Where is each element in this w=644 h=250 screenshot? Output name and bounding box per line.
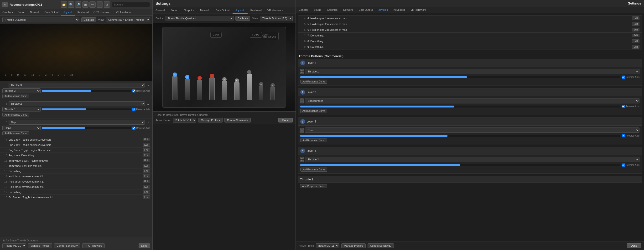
edit-btn-15[interactable]: Edit	[143, 180, 150, 183]
axis-reverse-3[interactable]: Reverse Axis	[132, 89, 150, 92]
edit-btn-10[interactable]: Edit	[143, 154, 150, 157]
toolbar-btn-fit[interactable]: ⊞	[82, 1, 88, 8]
lever-arrow-up-3[interactable]: ▲	[300, 128, 304, 130]
right-nav-vr[interactable]: VR Hardware	[408, 7, 429, 13]
middle-calibrate-btn[interactable]: Calibrate	[236, 16, 250, 21]
left-nav-dataoutput[interactable]: Data Output	[42, 9, 61, 15]
right-edit-btn-9[interactable]: Edit	[632, 45, 640, 49]
right-nav-graphics[interactable]: Graphics	[324, 7, 340, 13]
lever-arrow-down-4[interactable]: ▼	[300, 160, 304, 162]
right-nav-sound[interactable]: Sound	[311, 7, 324, 13]
edit-btn-11[interactable]: Edit	[143, 159, 150, 162]
throttle1-add-response-btn[interactable]: Add Response Curve	[300, 184, 327, 188]
toolbar-btn-pencil[interactable]: ✏	[90, 1, 96, 8]
mid-nav-dataoutput[interactable]: Data Output	[212, 7, 232, 13]
axis-add-response-3[interactable]: Add Response Curve	[2, 94, 29, 98]
left-done-btn[interactable]: Done	[138, 243, 150, 248]
left-device-select[interactable]: Throttle Quadrant	[2, 17, 80, 22]
lever-arrow-up-1[interactable]: ▲	[300, 69, 304, 71]
right-done-btn[interactable]: Done	[627, 243, 641, 248]
left-nav-keyboard[interactable]: Keyboard	[75, 9, 91, 15]
lever-select-2[interactable]: Speedbrakes	[305, 98, 640, 103]
toolbar-btn-folder[interactable]: 📁	[61, 1, 67, 8]
edit-btn-16[interactable]: Edit	[143, 185, 150, 189]
right-manage-profiles-btn[interactable]: Manage Profiles	[341, 243, 366, 248]
axis-select-5[interactable]: Throttle 2	[8, 101, 145, 106]
edit-btn-13[interactable]: Edit	[143, 169, 150, 173]
edit-btn-9[interactable]: Edit	[143, 148, 150, 152]
right-nav-network[interactable]: Network	[340, 7, 356, 13]
lever-reverse-2[interactable]: Reverse Axis	[622, 105, 640, 108]
right-edit-btn-8[interactable]: Edit	[632, 39, 640, 43]
middle-manage-profiles-btn[interactable]: Manage Profiles	[198, 118, 222, 122]
middle-view-select[interactable]: Throttle Buttons (GA)	[260, 16, 293, 21]
mid-nav-graphics[interactable]: Graphics	[181, 7, 197, 13]
mid-nav-joystick[interactable]: Joystick	[232, 7, 248, 13]
mid-nav-keyboard[interactable]: Keyboard	[248, 7, 264, 13]
axis-icon-3[interactable]: ▲	[146, 83, 150, 87]
right-nav-joystick[interactable]: Joystick	[376, 7, 391, 13]
toolbar-btn-more[interactable]: ⚙	[104, 1, 110, 8]
mid-nav-vr[interactable]: VR Hardware	[264, 7, 286, 13]
middle-done-btn[interactable]: Done	[278, 118, 293, 122]
edit-btn-18[interactable]: Edit	[143, 195, 150, 199]
toolbar-btn-zoom-in[interactable]: 🔎	[75, 1, 81, 8]
right-edit-btn-7[interactable]: Edit	[632, 34, 640, 37]
left-nav-joystick[interactable]: Joystick	[61, 9, 75, 15]
left-profile-select[interactable]: Rotate MD-11	[2, 243, 26, 248]
lever-add-btn-4[interactable]: Add Response Curve	[300, 168, 327, 172]
middle-control-sensitivity-btn[interactable]: Control Sensitivity	[224, 118, 251, 122]
lever-arrow-up-4[interactable]: ▲	[300, 157, 304, 159]
right-edit-btn-6[interactable]: Edit	[632, 28, 640, 31]
edit-btn-12[interactable]: Edit	[143, 164, 150, 168]
left-nav-gps[interactable]: GPS Hardware	[91, 9, 114, 15]
axis-add-response-6[interactable]: Add Response Curve	[2, 131, 29, 135]
axis-subselect-6[interactable]: Flaps	[2, 126, 40, 130]
lever-reverse-1[interactable]: Reverse Axis	[622, 75, 640, 79]
edit-btn-8[interactable]: Edit	[143, 143, 150, 147]
lever-add-btn-3[interactable]: Add Response Curve	[300, 138, 327, 142]
left-nav-graphics[interactable]: Graphics	[0, 9, 15, 15]
axis-subselect-3[interactable]: Throttle 3	[2, 88, 40, 93]
lever-arrow-down-3[interactable]: ▼	[300, 130, 304, 133]
axis-reverse-6[interactable]: Reverse Axis	[132, 127, 150, 130]
toolbar-btn-line[interactable]: —	[96, 1, 103, 8]
left-nav-network[interactable]: Network	[28, 9, 42, 15]
right-control-sensitivity-btn[interactable]: Control Sensitivity	[368, 243, 394, 248]
axis-icon-6[interactable]: ▲	[146, 120, 150, 124]
left-manage-profiles-btn[interactable]: Manage Profiles	[28, 243, 52, 248]
mid-nav-sound[interactable]: Sound	[168, 7, 181, 13]
lever-add-btn-2[interactable]: Add Response Curve	[300, 109, 327, 113]
lever-add-btn-1[interactable]: Add Response Curve	[300, 80, 327, 84]
left-calibrate-btn[interactable]: Calibrate	[81, 17, 96, 22]
left-nav-vr[interactable]: VR Hardware	[114, 9, 134, 15]
axis-icon-5[interactable]: ▲	[146, 102, 150, 106]
lever-select-3[interactable]: None	[305, 128, 640, 133]
axis-add-response-5[interactable]: Add Response Curve	[2, 113, 29, 117]
toolbar-btn-zoom-out[interactable]: 🔍	[68, 1, 74, 8]
right-nav-general[interactable]: General	[296, 7, 311, 13]
lever-arrow-up-2[interactable]: ▲	[300, 98, 304, 101]
right-nav-dataoutput[interactable]: Data Output	[356, 7, 376, 13]
right-nav-keyboard[interactable]: Keyboard	[391, 7, 408, 13]
middle-reset-btn[interactable]: Reset to Defaults for Bravo Throttle Qua…	[156, 113, 293, 116]
axis-select-3[interactable]: Throttle 3	[8, 83, 145, 87]
left-reset-link[interactable]: Its for Bravo Throttle Quadrant	[2, 239, 150, 242]
right-profile-select[interactable]: Rotate MD-11	[316, 243, 340, 248]
lever-arrow-down-2[interactable]: ▼	[300, 101, 304, 103]
lever-reverse-3[interactable]: Reverse Axis	[622, 134, 640, 137]
left-control-sensitivity-btn[interactable]: Control Sensitivity	[54, 243, 80, 248]
lever-select-4[interactable]: Throttle 2	[305, 157, 640, 162]
axis-reverse-5[interactable]: Reverse Axis	[132, 108, 150, 111]
axis-subselect-5[interactable]: Throttle 2	[2, 107, 40, 112]
edit-btn-7[interactable]: Edit	[143, 138, 150, 141]
lever-select-1[interactable]: Throttle 1	[305, 69, 640, 74]
search-input[interactable]	[112, 2, 150, 7]
lever-reverse-4[interactable]: Reverse Axis	[622, 164, 640, 167]
edit-btn-14[interactable]: Edit	[143, 175, 150, 178]
lever-arrow-down-1[interactable]: ▼	[300, 72, 304, 74]
right-edit-btn-5[interactable]: Edit	[632, 22, 640, 26]
edit-btn-17[interactable]: Edit	[143, 190, 150, 194]
right-edit-btn-4[interactable]: Edit	[632, 16, 640, 20]
mid-nav-general[interactable]: General	[153, 7, 168, 13]
